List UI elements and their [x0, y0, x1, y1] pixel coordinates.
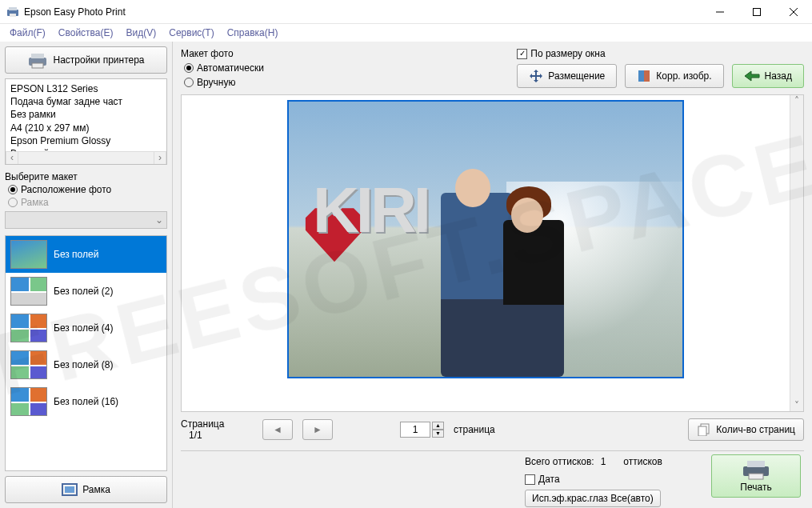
photo-sign-text: KIRI — [313, 174, 428, 247]
menu-properties[interactable]: Свойства(E) — [52, 26, 120, 40]
radio-manual[interactable]: Вручную — [181, 77, 264, 88]
radio-off-icon — [8, 198, 18, 207]
minimize-button[interactable] — [702, 0, 738, 23]
totals-count: 1 — [601, 456, 606, 467]
printer-info-line: Epson Premium Glossy — [10, 134, 162, 147]
svg-rect-11 — [65, 486, 74, 493]
footer: Всего оттисков: 1 оттисков Дата Исп.эф.к… — [181, 450, 804, 502]
chevron-down-icon: ⌄ — [155, 214, 163, 226]
adjust-icon — [637, 69, 651, 83]
triangle-left-icon: ◄ — [273, 424, 282, 435]
layout-item[interactable]: Без полей (4) — [6, 310, 166, 346]
scroll-up-icon[interactable]: ˄ — [794, 95, 799, 106]
menu-help[interactable]: Справка(H) — [221, 26, 285, 40]
maximize-button[interactable] — [738, 0, 775, 23]
radio-photo-layout-label: Расположение фото — [21, 184, 111, 195]
preview-scrollbar[interactable]: ˄ ˅ — [790, 95, 803, 411]
date-checkbox[interactable]: Дата — [525, 474, 560, 485]
correction-button[interactable]: Корр. изобр. — [625, 64, 723, 88]
frame-button-label: Рамка — [82, 484, 110, 495]
radio-on-icon — [184, 63, 194, 73]
svg-rect-17 — [747, 461, 765, 467]
print-label: Печать — [740, 482, 771, 493]
totals-label: Всего оттисков: — [525, 456, 594, 467]
preview-area: KIRI ˄ ˅ — [181, 94, 804, 412]
arrow-left-icon — [744, 70, 760, 82]
layout-item[interactable]: Без полей — [6, 236, 166, 273]
svg-rect-9 — [32, 63, 43, 68]
layout-item[interactable]: Без полей (16) — [6, 383, 166, 420]
layout-item[interactable]: Без полей (2) — [6, 273, 166, 310]
spin-up-button[interactable]: ▲ — [432, 422, 444, 430]
next-page-button[interactable]: ► — [302, 419, 333, 440]
menu-service[interactable]: Сервис(T) — [162, 26, 220, 40]
spin-down-button[interactable]: ▼ — [432, 430, 444, 438]
printer-info-panel: EPSON L312 Series Подача бумаг задне час… — [5, 78, 167, 165]
printer-info-line: A4 (210 x 297 мм) — [10, 122, 162, 134]
layout-thumb-icon — [10, 240, 47, 269]
printer-large-icon — [741, 459, 771, 480]
photo-preview[interactable]: KIRI — [287, 100, 684, 378]
close-button[interactable] — [775, 0, 812, 23]
printer-info-scrollbar[interactable]: ‹ › — [6, 151, 166, 164]
scroll-left-icon[interactable]: ‹ — [6, 152, 18, 164]
window-title: Epson Easy Photo Print — [24, 6, 702, 18]
menu-file[interactable]: Файл(F) — [3, 26, 52, 40]
pages-icon — [697, 423, 711, 436]
sidebar: Настройки принтера EPSON L312 Series Под… — [0, 42, 173, 508]
svg-rect-2 — [10, 14, 16, 17]
svg-rect-1 — [9, 7, 17, 10]
main-panel: Макет фото Автоматически Вручную По разм… — [173, 42, 812, 508]
app-icon — [6, 6, 19, 18]
layout-thumb-icon — [10, 314, 47, 342]
back-button[interactable]: Назад — [732, 64, 804, 88]
layout-thumb-icon — [10, 387, 47, 416]
printer-info-line: Подача бумаг задне част — [10, 95, 162, 108]
frame-button[interactable]: Рамка — [5, 476, 167, 503]
radio-frame[interactable]: Рамка — [5, 197, 167, 208]
title-bar: Epson Easy Photo Print — [0, 0, 812, 24]
page-spinner[interactable]: ▲ ▼ — [400, 422, 444, 438]
totals-unit: оттисков — [623, 456, 662, 467]
scroll-down-icon[interactable]: ˅ — [794, 400, 799, 411]
layout-thumb-icon — [10, 350, 47, 379]
printer-settings-label: Настройки принтера — [53, 54, 144, 66]
fit-window-checkbox[interactable]: По размеру окна — [517, 48, 605, 59]
layout-list[interactable]: Без полей Без полей (2) Без полей (4) Бе… — [5, 235, 167, 471]
scroll-right-icon[interactable]: › — [154, 152, 166, 164]
svg-rect-15 — [698, 426, 706, 436]
menu-bar: Файл(F) Свойства(E) Вид(V) Сервис(T) Спр… — [0, 24, 812, 42]
select-layout-label: Выберите макет — [5, 171, 167, 182]
svg-rect-18 — [749, 474, 763, 479]
move-icon — [529, 69, 543, 83]
page-count-button[interactable]: Колич-во страниц — [688, 418, 804, 441]
placement-button[interactable]: Размещение — [517, 64, 617, 88]
layout-item-label: Без полей (2) — [54, 286, 113, 297]
radio-photo-layout[interactable]: Расположение фото — [5, 184, 167, 195]
frame-combo[interactable]: ⌄ — [5, 211, 167, 229]
checkbox-off-icon — [525, 474, 535, 485]
checkbox-on-icon — [517, 49, 527, 59]
page-input[interactable] — [400, 422, 430, 438]
page-controls: Страница 1/1 ◄ ► ▲ ▼ страница Колич-во с… — [173, 412, 812, 447]
radio-auto[interactable]: Автоматически — [181, 62, 264, 74]
printer-settings-button[interactable]: Настройки принтера — [5, 46, 167, 74]
radio-on-icon — [8, 185, 18, 194]
fit-window-label: По размеру окна — [530, 48, 605, 59]
redeye-button[interactable]: Исп.эф.крас.глаз Все(авто) — [525, 490, 661, 507]
svg-rect-4 — [754, 8, 761, 15]
date-label: Дата — [538, 474, 560, 485]
printer-icon — [27, 51, 48, 69]
frame-icon — [62, 483, 78, 496]
radio-auto-label: Автоматически — [197, 62, 264, 74]
page-of-label: 1/1 — [181, 430, 253, 441]
radio-off-icon — [184, 78, 194, 87]
prev-page-button[interactable]: ◄ — [262, 419, 293, 440]
print-button[interactable]: Печать — [711, 454, 801, 498]
menu-view[interactable]: Вид(V) — [120, 26, 163, 40]
correction-label: Корр. изобр. — [656, 70, 711, 82]
layout-item[interactable]: Без полей (8) — [6, 346, 166, 383]
back-label: Назад — [765, 70, 792, 82]
page-count-label: Колич-во страниц — [716, 424, 795, 435]
redeye-label: Исп.эф.крас.глаз Все(авто) — [532, 493, 654, 504]
